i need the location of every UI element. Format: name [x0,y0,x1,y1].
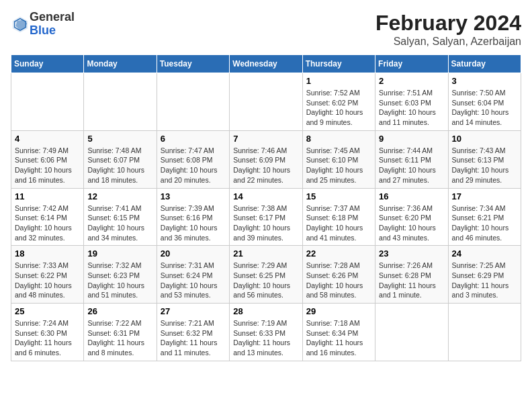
day-number: 18 [15,248,80,259]
col-header-sunday: Sunday [11,55,84,73]
calendar-cell: 3Sunrise: 7:50 AM Sunset: 6:04 PM Daylig… [448,73,521,131]
calendar-cell [84,73,157,131]
day-number: 29 [306,306,371,316]
day-content: Sunrise: 7:43 AM Sunset: 6:13 PM Dayligh… [452,146,517,185]
calendar-cell: 6Sunrise: 7:47 AM Sunset: 6:08 PM Daylig… [157,130,229,188]
day-number: 24 [452,248,517,259]
day-number: 10 [452,134,517,144]
day-number: 14 [233,191,298,201]
day-content: Sunrise: 7:46 AM Sunset: 6:09 PM Dayligh… [233,146,298,185]
calendar-cell: 4Sunrise: 7:49 AM Sunset: 6:06 PM Daylig… [11,130,84,188]
calendar-cell: 10Sunrise: 7:43 AM Sunset: 6:13 PM Dayli… [448,130,521,188]
day-content: Sunrise: 7:28 AM Sunset: 6:26 PM Dayligh… [306,261,371,300]
logo-text-blue: Blue [30,24,56,37]
day-content: Sunrise: 7:33 AM Sunset: 6:22 PM Dayligh… [15,261,80,300]
day-content: Sunrise: 7:25 AM Sunset: 6:29 PM Dayligh… [452,261,517,300]
day-number: 12 [87,191,152,201]
calendar-cell: 21Sunrise: 7:29 AM Sunset: 6:25 PM Dayli… [230,246,302,304]
week-row-3: 11Sunrise: 7:42 AM Sunset: 6:14 PM Dayli… [11,188,521,246]
week-row-5: 25Sunrise: 7:24 AM Sunset: 6:30 PM Dayli… [11,304,521,361]
day-number: 16 [379,191,444,201]
day-content: Sunrise: 7:38 AM Sunset: 6:17 PM Dayligh… [233,203,298,243]
day-content: Sunrise: 7:22 AM Sunset: 6:31 PM Dayligh… [87,318,152,358]
calendar-cell: 20Sunrise: 7:31 AM Sunset: 6:24 PM Dayli… [157,246,229,304]
day-number: 26 [87,306,152,316]
calendar-cell: 1Sunrise: 7:52 AM Sunset: 6:02 PM Daylig… [302,73,375,131]
day-number: 8 [306,134,371,144]
day-number: 19 [87,248,152,259]
day-content: Sunrise: 7:45 AM Sunset: 6:10 PM Dayligh… [306,146,371,185]
day-number: 6 [161,134,226,144]
day-number: 11 [15,191,80,201]
calendar-cell: 12Sunrise: 7:41 AM Sunset: 6:15 PM Dayli… [84,188,157,246]
calendar-subtitle: Salyan, Salyan, Azerbaijan [375,36,521,48]
day-content: Sunrise: 7:29 AM Sunset: 6:25 PM Dayligh… [233,261,298,300]
calendar-cell: 7Sunrise: 7:46 AM Sunset: 6:09 PM Daylig… [230,130,302,188]
week-row-2: 4Sunrise: 7:49 AM Sunset: 6:06 PM Daylig… [11,130,521,188]
calendar-cell: 17Sunrise: 7:34 AM Sunset: 6:21 PM Dayli… [448,188,521,246]
logo-text-general: General [30,10,75,24]
calendar-cell: 8Sunrise: 7:45 AM Sunset: 6:10 PM Daylig… [302,130,375,188]
day-number: 27 [161,306,226,316]
day-content: Sunrise: 7:34 AM Sunset: 6:21 PM Dayligh… [452,203,517,243]
week-row-4: 18Sunrise: 7:33 AM Sunset: 6:22 PM Dayli… [11,246,521,304]
calendar-cell [230,73,302,131]
day-content: Sunrise: 7:48 AM Sunset: 6:07 PM Dayligh… [87,146,152,185]
day-content: Sunrise: 7:19 AM Sunset: 6:33 PM Dayligh… [233,318,298,358]
day-content: Sunrise: 7:49 AM Sunset: 6:06 PM Dayligh… [15,146,80,185]
day-content: Sunrise: 7:21 AM Sunset: 6:32 PM Dayligh… [161,318,226,358]
day-number: 2 [379,76,444,86]
day-number: 25 [15,306,80,316]
calendar-cell: 14Sunrise: 7:38 AM Sunset: 6:17 PM Dayli… [230,188,302,246]
col-header-saturday: Saturday [448,55,521,73]
calendar-title: February 2024 [375,11,521,36]
calendar-cell [157,73,229,131]
calendar-cell [375,304,448,361]
day-number: 17 [452,191,517,201]
col-header-monday: Monday [84,55,157,73]
day-content: Sunrise: 7:26 AM Sunset: 6:28 PM Dayligh… [379,261,444,300]
logo-icon [11,15,30,34]
day-content: Sunrise: 7:24 AM Sunset: 6:30 PM Dayligh… [15,318,80,358]
day-number: 7 [233,134,298,144]
day-content: Sunrise: 7:39 AM Sunset: 6:16 PM Dayligh… [161,203,226,243]
day-content: Sunrise: 7:50 AM Sunset: 6:04 PM Dayligh… [452,88,517,128]
calendar-cell: 16Sunrise: 7:36 AM Sunset: 6:20 PM Dayli… [375,188,448,246]
day-content: Sunrise: 7:42 AM Sunset: 6:14 PM Dayligh… [15,203,80,243]
day-content: Sunrise: 7:32 AM Sunset: 6:23 PM Dayligh… [87,261,152,300]
calendar-cell: 28Sunrise: 7:19 AM Sunset: 6:33 PM Dayli… [230,304,302,361]
day-content: Sunrise: 7:37 AM Sunset: 6:18 PM Dayligh… [306,203,371,243]
day-number: 28 [233,306,298,316]
page-header: General Blue February 2024 Salyan, Salya… [11,11,521,48]
calendar-cell: 23Sunrise: 7:26 AM Sunset: 6:28 PM Dayli… [375,246,448,304]
day-content: Sunrise: 7:36 AM Sunset: 6:20 PM Dayligh… [379,203,444,243]
calendar-cell: 19Sunrise: 7:32 AM Sunset: 6:23 PM Dayli… [84,246,157,304]
day-content: Sunrise: 7:31 AM Sunset: 6:24 PM Dayligh… [161,261,226,300]
day-number: 15 [306,191,371,201]
calendar-cell: 9Sunrise: 7:44 AM Sunset: 6:11 PM Daylig… [375,130,448,188]
calendar-table: SundayMondayTuesdayWednesdayThursdayFrid… [11,54,521,361]
title-block: February 2024 Salyan, Salyan, Azerbaijan [375,11,521,48]
calendar-cell: 22Sunrise: 7:28 AM Sunset: 6:26 PM Dayli… [302,246,375,304]
calendar-cell: 27Sunrise: 7:21 AM Sunset: 6:32 PM Dayli… [157,304,229,361]
week-row-1: 1Sunrise: 7:52 AM Sunset: 6:02 PM Daylig… [11,73,521,131]
calendar-cell: 11Sunrise: 7:42 AM Sunset: 6:14 PM Dayli… [11,188,84,246]
calendar-cell: 26Sunrise: 7:22 AM Sunset: 6:31 PM Dayli… [84,304,157,361]
col-header-thursday: Thursday [302,55,375,73]
calendar-cell: 5Sunrise: 7:48 AM Sunset: 6:07 PM Daylig… [84,130,157,188]
day-number: 22 [306,248,371,259]
day-content: Sunrise: 7:51 AM Sunset: 6:03 PM Dayligh… [379,88,444,128]
calendar-cell: 29Sunrise: 7:18 AM Sunset: 6:34 PM Dayli… [302,304,375,361]
calendar-cell: 13Sunrise: 7:39 AM Sunset: 6:16 PM Dayli… [157,188,229,246]
day-content: Sunrise: 7:47 AM Sunset: 6:08 PM Dayligh… [161,146,226,185]
day-number: 5 [87,134,152,144]
calendar-cell: 24Sunrise: 7:25 AM Sunset: 6:29 PM Dayli… [448,246,521,304]
day-number: 4 [15,134,80,144]
day-content: Sunrise: 7:44 AM Sunset: 6:11 PM Dayligh… [379,146,444,185]
col-header-tuesday: Tuesday [157,55,229,73]
day-number: 23 [379,248,444,259]
col-header-wednesday: Wednesday [230,55,302,73]
calendar-cell [11,73,84,131]
calendar-cell [448,304,521,361]
calendar-cell: 18Sunrise: 7:33 AM Sunset: 6:22 PM Dayli… [11,246,84,304]
